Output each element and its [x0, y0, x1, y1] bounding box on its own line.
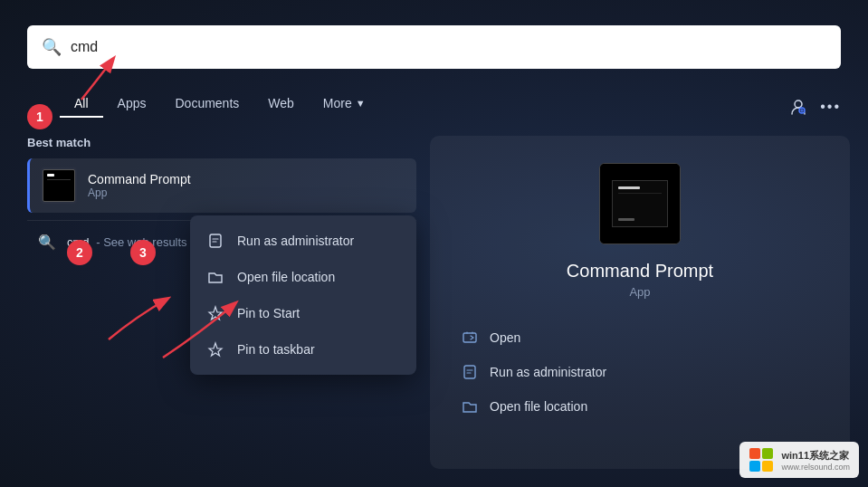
action-run-as-admin-label: Run as administrator [490, 365, 606, 379]
tab-documents[interactable]: Documents [160, 91, 253, 118]
svg-rect-8 [762, 461, 773, 472]
step-2-badge: 2 [67, 240, 92, 265]
watermark-text: win11系统之家 www.relsound.com [781, 449, 850, 472]
right-panel-title: Command Prompt [567, 261, 713, 282]
ctx-pin-to-start[interactable]: Pin to Start [190, 295, 416, 331]
pin-taskbar-icon [206, 340, 224, 358]
svg-point-0 [795, 100, 802, 108]
action-file-location-label: Open file location [490, 399, 587, 414]
step-3-badge: 3 [130, 240, 156, 265]
ctx-run-as-admin-label: Run as administrator [237, 234, 354, 248]
watermark: win11系统之家 www.relsound.com [739, 442, 859, 478]
pin-start-icon [206, 304, 224, 322]
ctx-pin-start-label: Pin to Start [237, 306, 300, 320]
best-match-label: Best match [27, 136, 416, 149]
person-icon-btn[interactable] [789, 98, 807, 116]
result-subtitle: App [88, 186, 405, 199]
main-container: 🔍 cmd 1 All Apps Documents Web More ▼ [0, 0, 868, 487]
file-folder-icon [461, 397, 479, 415]
arrow-2 [100, 294, 181, 344]
result-title: Command Prompt [88, 172, 405, 186]
svg-rect-3 [463, 333, 476, 342]
ctx-run-as-admin[interactable]: Run as administrator [190, 223, 416, 259]
shield-icon [206, 232, 224, 250]
right-panel-subtitle: App [629, 285, 650, 299]
filter-tabs: All Apps Documents Web More ▼ [27, 91, 380, 118]
tab-apps[interactable]: Apps [103, 91, 161, 118]
ellipsis-icon: ••• [820, 99, 841, 115]
ctx-open-file-location[interactable]: Open file location [190, 259, 416, 295]
open-icon [461, 329, 479, 347]
tab-more[interactable]: More ▼ [309, 91, 380, 118]
watermark-line2: www.relsound.com [781, 463, 850, 472]
watermark-logo [749, 447, 774, 473]
cmd-preview-icon [599, 163, 681, 244]
svg-rect-7 [749, 461, 760, 472]
ctx-open-file-label: Open file location [237, 270, 335, 284]
search-input[interactable]: cmd [71, 39, 98, 55]
action-list: Open Run as administrator Open file l [452, 320, 828, 424]
svg-rect-4 [464, 366, 475, 378]
ctx-pin-to-taskbar[interactable]: Pin to taskbar [190, 331, 416, 368]
cmd-icon-image [43, 169, 75, 202]
action-open[interactable]: Open [452, 320, 828, 355]
action-file-location[interactable]: Open file location [452, 389, 828, 424]
svg-rect-5 [749, 448, 760, 459]
person-icon [789, 98, 807, 116]
step-1-badge: 1 [27, 104, 52, 129]
chevron-down-icon: ▼ [356, 98, 366, 109]
search-icon: 🔍 [42, 37, 62, 57]
right-panel: Command Prompt App Open [430, 136, 850, 469]
folder-icon [206, 268, 224, 286]
cmd-icon [41, 167, 77, 204]
result-info: Command Prompt App [88, 172, 405, 199]
tab-web[interactable]: Web [253, 91, 309, 118]
top-right-icons: ••• [789, 98, 841, 116]
search-web-icon: 🔍 [38, 234, 56, 251]
ctx-pin-taskbar-label: Pin to taskbar [237, 342, 315, 357]
action-open-label: Open [490, 330, 520, 345]
action-run-as-admin[interactable]: Run as administrator [452, 355, 828, 389]
watermark-line1: win11系统之家 [781, 449, 850, 463]
more-options-btn[interactable]: ••• [820, 99, 841, 115]
context-menu: Run as administrator Open file location … [190, 215, 416, 375]
admin-shield-icon [461, 363, 479, 381]
svg-rect-6 [762, 448, 773, 459]
command-prompt-result[interactable]: Command Prompt App [27, 158, 416, 213]
svg-rect-2 [210, 234, 221, 247]
search-bar[interactable]: 🔍 cmd [27, 25, 841, 69]
tab-all[interactable]: All [60, 91, 103, 118]
